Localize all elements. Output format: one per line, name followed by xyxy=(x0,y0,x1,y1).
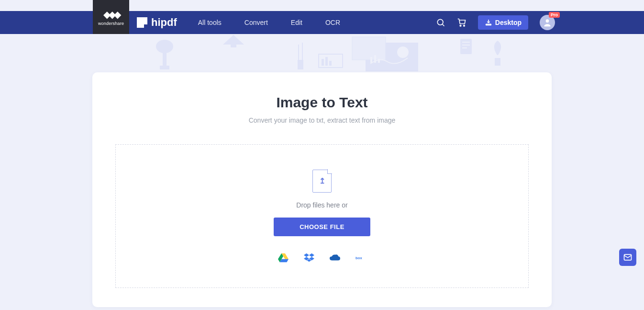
svg-rect-4 xyxy=(486,24,491,25)
page-title: Image to Text xyxy=(92,94,552,111)
svg-point-7 xyxy=(156,40,173,53)
svg-rect-22 xyxy=(378,59,380,63)
search-icon[interactable] xyxy=(436,18,445,27)
product-logo[interactable]: hipdf xyxy=(137,16,177,29)
svg-point-3 xyxy=(464,25,465,26)
pro-badge: Pro xyxy=(549,12,560,18)
main-card: Image to Text Convert your image to txt,… xyxy=(92,72,552,307)
cloud-provider-row: box xyxy=(278,253,366,263)
wondershare-brand-block[interactable]: ◆◆◆ wondershare xyxy=(93,0,129,34)
svg-rect-18 xyxy=(352,37,386,60)
nav-convert[interactable]: Convert xyxy=(244,19,268,26)
nav-ocr[interactable]: OCR xyxy=(325,19,340,26)
dropbox-icon[interactable] xyxy=(304,253,314,263)
svg-point-5 xyxy=(546,19,549,23)
google-drive-icon[interactable] xyxy=(278,253,289,263)
cart-icon[interactable] xyxy=(457,18,466,27)
upload-file-icon: ↥ xyxy=(312,170,332,193)
svg-point-0 xyxy=(437,19,443,25)
svg-rect-24 xyxy=(462,42,470,43)
svg-line-1 xyxy=(443,24,444,26)
svg-rect-16 xyxy=(329,61,332,66)
hipdf-logo-icon xyxy=(137,17,147,28)
svg-point-19 xyxy=(397,46,409,58)
nav-edit[interactable]: Edit xyxy=(291,19,302,26)
wondershare-label: wondershare xyxy=(98,21,124,26)
svg-rect-14 xyxy=(322,59,324,66)
download-icon xyxy=(485,19,492,26)
product-name: hipdf xyxy=(151,16,177,29)
svg-rect-8 xyxy=(160,66,169,69)
mail-icon xyxy=(623,253,633,262)
onedrive-icon[interactable] xyxy=(330,253,340,263)
svg-rect-26 xyxy=(462,47,467,48)
feedback-button[interactable] xyxy=(619,249,636,266)
svg-rect-6 xyxy=(163,51,167,66)
svg-rect-27 xyxy=(495,58,500,66)
svg-text:box: box xyxy=(355,255,362,260)
file-dropzone[interactable]: ↥ Drop files here or CHOOSE FILE box xyxy=(115,144,529,288)
svg-rect-15 xyxy=(325,57,328,66)
svg-rect-25 xyxy=(462,45,470,46)
svg-rect-21 xyxy=(374,55,376,63)
box-icon[interactable]: box xyxy=(355,253,366,263)
svg-rect-10 xyxy=(298,60,303,69)
drop-text: Drop files here or xyxy=(296,201,347,209)
desktop-button-label: Desktop xyxy=(495,19,522,26)
user-avatar[interactable]: Pro xyxy=(540,15,555,30)
decorative-illustrations xyxy=(0,34,644,72)
svg-rect-23 xyxy=(460,39,472,54)
page-subtitle: Convert your image to txt, extract text … xyxy=(92,116,552,124)
choose-file-button[interactable]: CHOOSE FILE xyxy=(274,218,370,236)
wondershare-logo-icon: ◆◆◆ xyxy=(103,9,119,20)
nav-all-tools[interactable]: All tools xyxy=(198,19,222,26)
svg-rect-9 xyxy=(231,45,236,47)
desktop-button[interactable]: Desktop xyxy=(478,15,528,30)
svg-rect-20 xyxy=(370,57,372,63)
nav-links: All tools Convert Edit OCR xyxy=(198,19,340,26)
svg-point-2 xyxy=(460,25,461,26)
